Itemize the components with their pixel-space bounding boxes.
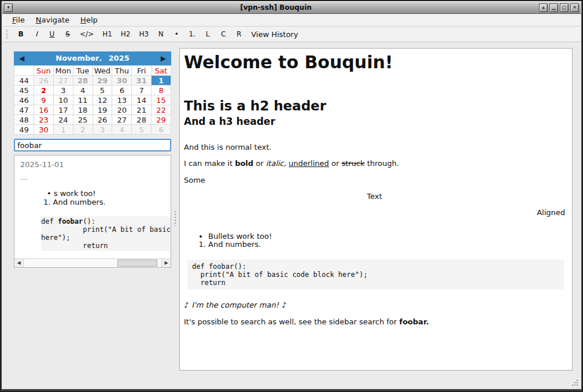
sidebar-splitter[interactable] (171, 48, 179, 389)
code-text: return (41, 242, 171, 250)
menu-file[interactable]: File (7, 14, 31, 25)
calendar-day[interactable]: 7 (132, 86, 152, 95)
code-button[interactable]: </> (78, 29, 95, 39)
calendar-day[interactable]: 24 (53, 115, 73, 125)
editor-view[interactable]: Welcome to Bouquin! This is a h2 header … (179, 48, 573, 371)
calendar-day[interactable]: 1 (53, 125, 73, 135)
bullet-list: Bullets work too! (184, 232, 565, 241)
calendar-day[interactable]: 21 (132, 105, 152, 115)
calendar-day[interactable]: 17 (53, 105, 73, 115)
calendar-day[interactable]: 20 (112, 105, 132, 115)
calendar-day[interactable]: 18 (73, 105, 93, 115)
calendar-day[interactable]: 30 (34, 125, 54, 135)
week-number: 46 (14, 95, 34, 105)
strikethrough-button[interactable]: S (62, 29, 73, 39)
formatting-text: I can make it bold or italic, underlined… (184, 160, 565, 168)
toolbar: B I U S </> H1 H2 H3 N • 1. L C R View H… (2, 27, 581, 42)
calendar-day[interactable]: 10 (53, 95, 73, 105)
calendar-day[interactable]: 27 (53, 76, 73, 86)
calendar-day[interactable]: 28 (73, 76, 93, 86)
calendar-day[interactable]: 8 (152, 86, 171, 95)
h2-heading: This is a h2 header (184, 98, 565, 113)
h1-button[interactable]: H1 (101, 29, 114, 39)
calendar-day[interactable]: 2 (73, 125, 93, 135)
menu-navigate[interactable]: Navigate (31, 14, 75, 25)
result-ellipsis: ... (20, 173, 171, 182)
close-button[interactable]: ✕ (570, 3, 579, 12)
calendar-day[interactable]: 31 (132, 76, 152, 86)
numbered-list-item: And numbers. (208, 241, 565, 249)
calendar-day[interactable]: 11 (73, 95, 93, 105)
align-center-button[interactable]: C (218, 29, 228, 39)
view-history-button[interactable]: View History (249, 29, 300, 40)
h2-button[interactable]: H2 (119, 29, 132, 39)
calendar-day[interactable]: 9 (34, 95, 54, 105)
next-month-icon[interactable]: ▶ (161, 54, 166, 62)
shade-button[interactable]: ▴ (539, 3, 548, 12)
calendar-day[interactable]: 6 (152, 125, 171, 135)
search-hint-text: It's possible to search as well, see the… (184, 318, 565, 326)
day-header: Thu (112, 66, 132, 76)
calendar-day[interactable]: 16 (34, 105, 54, 115)
bullet-list-button[interactable]: • (171, 29, 182, 39)
calendar-day[interactable]: 29 (152, 115, 171, 125)
search-input[interactable] (14, 139, 171, 151)
calendar-day[interactable]: 22 (152, 105, 171, 115)
scrollbar-thumb[interactable] (117, 260, 157, 267)
calendar-day[interactable]: 23 (34, 115, 54, 125)
result-date-link[interactable]: 2025-11-01 (20, 160, 171, 169)
prev-month-icon[interactable]: ◀ (19, 54, 24, 62)
calendar-day[interactable]: 14 (132, 95, 152, 105)
maximize-button[interactable]: □ (560, 3, 569, 12)
calendar-day[interactable]: 2 (34, 86, 54, 95)
menu-help[interactable]: Help (75, 14, 104, 25)
align-right-button[interactable]: R (234, 29, 244, 39)
sidebar: ◀ November▾2025 ▶ Sun Mon Tue Wed Thu (14, 51, 171, 268)
calendar-day[interactable]: 3 (93, 125, 112, 135)
calendar-day[interactable]: 26 (34, 76, 54, 86)
window-title: [vpn-ssh] Bouquin (14, 3, 537, 12)
calendar-week-row: 46 9 10 11 12 13 14 15 (14, 95, 171, 105)
scroll-right-icon[interactable]: ▶ (162, 259, 171, 267)
h3-button[interactable]: H3 (138, 29, 151, 39)
italic-button[interactable]: I (31, 29, 42, 39)
calendar-day[interactable]: 28 (132, 115, 152, 125)
month-dropdown-icon[interactable]: ▾ (99, 58, 101, 63)
horizontal-scrollbar[interactable]: ◀ ▶ (14, 258, 171, 267)
calendar-day[interactable]: 15 (152, 95, 171, 105)
calendar-day[interactable]: 5 (93, 86, 112, 95)
window-menu-button[interactable]: ▾ (4, 3, 13, 12)
calendar-day[interactable]: 27 (112, 115, 132, 125)
align-left-button[interactable]: L (202, 29, 213, 39)
app-window: ▾ [vpn-ssh] Bouquin ▴ ▁ □ ✕ File Navigat… (0, 0, 583, 392)
calendar-day[interactable]: 3 (53, 86, 73, 95)
resize-grip[interactable] (571, 380, 578, 387)
calendar-day[interactable]: 5 (132, 125, 152, 135)
calendar-day[interactable]: 13 (112, 95, 132, 105)
underline-button[interactable]: U (47, 29, 57, 39)
normal-text-button[interactable]: N (156, 29, 166, 39)
calendar-day[interactable]: 4 (112, 125, 132, 135)
calendar-day[interactable]: 12 (93, 95, 112, 105)
bold-button[interactable]: B (16, 29, 26, 39)
calendar-day[interactable]: 19 (93, 105, 112, 115)
calendar-day[interactable]: 6 (112, 86, 132, 95)
calendar-grid: Sun Mon Tue Wed Thu Fri Sat 44 26 27 (14, 65, 171, 135)
calendar-day[interactable]: 26 (93, 115, 112, 125)
year-label[interactable]: 2025 (109, 54, 130, 62)
calendar-day[interactable]: 30 (112, 76, 132, 86)
search-results-panel[interactable]: 2025-11-01 ... • s work too! 1. And numb… (14, 155, 171, 268)
scrollbar-track[interactable] (23, 259, 162, 267)
calendar-day[interactable]: 29 (93, 76, 112, 86)
month-label[interactable]: November (56, 54, 99, 62)
minimize-button[interactable]: ▁ (549, 3, 558, 12)
title-bar[interactable]: ▾ [vpn-ssh] Bouquin ▴ ▁ □ ✕ (2, 2, 581, 14)
calendar-day-selected[interactable]: 1 (152, 76, 171, 86)
calendar-day[interactable]: 4 (73, 86, 93, 95)
numbered-list-button[interactable]: 1. (187, 29, 197, 39)
scroll-left-icon[interactable]: ◀ (14, 259, 23, 267)
minimize-icon: ▁ (552, 5, 555, 10)
calendar-day[interactable]: 25 (73, 115, 93, 125)
week-number: 47 (14, 105, 34, 115)
toolbar-grip[interactable] (6, 29, 8, 39)
